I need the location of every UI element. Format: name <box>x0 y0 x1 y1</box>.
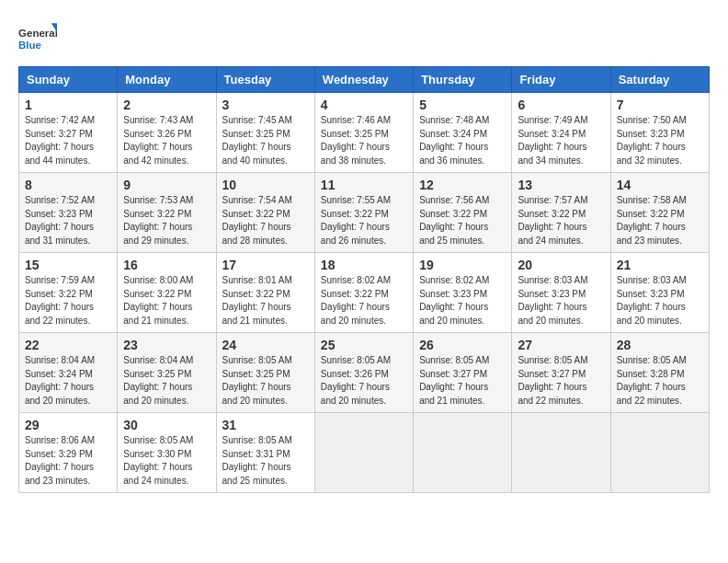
day-info: Sunrise: 7:49 AMSunset: 3:24 PMDaylight:… <box>518 114 604 167</box>
calendar-week-row: 8 Sunrise: 7:52 AMSunset: 3:23 PMDayligh… <box>19 173 710 253</box>
calendar-week-row: 22 Sunrise: 8:04 AMSunset: 3:24 PMDaylig… <box>19 333 710 413</box>
calendar-cell: 3 Sunrise: 7:45 AMSunset: 3:25 PMDayligh… <box>216 93 314 173</box>
day-info: Sunrise: 7:48 AMSunset: 3:24 PMDaylight:… <box>419 114 506 167</box>
calendar-table: SundayMondayTuesdayWednesdayThursdayFrid… <box>18 66 710 493</box>
day-info: Sunrise: 8:04 AMSunset: 3:24 PMDaylight:… <box>25 354 111 408</box>
day-info: Sunrise: 8:04 AMSunset: 3:25 PMDaylight:… <box>123 354 210 408</box>
day-number: 19 <box>419 258 506 272</box>
day-info: Sunrise: 8:05 AMSunset: 3:26 PMDaylight:… <box>321 354 407 408</box>
calendar-cell: 13 Sunrise: 7:57 AMSunset: 3:22 PMDaylig… <box>512 173 610 253</box>
day-info: Sunrise: 8:01 AMSunset: 3:22 PMDaylight:… <box>222 274 309 327</box>
day-number: 13 <box>518 178 604 192</box>
day-number: 16 <box>123 258 210 272</box>
weekday-header: Wednesday <box>314 67 413 93</box>
calendar-week-row: 1 Sunrise: 7:42 AMSunset: 3:27 PMDayligh… <box>19 93 710 173</box>
svg-text:General: General <box>18 28 57 39</box>
day-number: 26 <box>419 338 506 352</box>
day-info: Sunrise: 7:50 AMSunset: 3:23 PMDaylight:… <box>617 114 703 167</box>
calendar-cell: 1 Sunrise: 7:42 AMSunset: 3:27 PMDayligh… <box>19 93 118 173</box>
day-number: 25 <box>321 338 407 352</box>
calendar-cell: 16 Sunrise: 8:00 AMSunset: 3:22 PMDaylig… <box>118 253 216 333</box>
calendar-cell: 27 Sunrise: 8:05 AMSunset: 3:27 PMDaylig… <box>512 333 610 413</box>
logo-svg: General Blue <box>18 18 57 57</box>
day-number: 11 <box>321 178 407 192</box>
calendar-week-row: 29 Sunrise: 8:06 AMSunset: 3:29 PMDaylig… <box>19 413 710 493</box>
day-number: 31 <box>222 418 309 432</box>
calendar-cell: 7 Sunrise: 7:50 AMSunset: 3:23 PMDayligh… <box>610 93 709 173</box>
day-info: Sunrise: 7:57 AMSunset: 3:22 PMDaylight:… <box>518 194 604 247</box>
day-number: 6 <box>518 98 604 112</box>
calendar-cell: 22 Sunrise: 8:04 AMSunset: 3:24 PMDaylig… <box>19 333 118 413</box>
day-info: Sunrise: 8:05 AMSunset: 3:28 PMDaylight:… <box>617 354 703 408</box>
calendar-cell: 6 Sunrise: 7:49 AMSunset: 3:24 PMDayligh… <box>512 93 610 173</box>
day-info: Sunrise: 8:05 AMSunset: 3:25 PMDaylight:… <box>222 354 309 408</box>
calendar-cell: 25 Sunrise: 8:05 AMSunset: 3:26 PMDaylig… <box>314 333 413 413</box>
calendar-cell <box>512 413 610 493</box>
calendar-cell: 23 Sunrise: 8:04 AMSunset: 3:25 PMDaylig… <box>118 333 216 413</box>
calendar-cell: 15 Sunrise: 7:59 AMSunset: 3:22 PMDaylig… <box>19 253 118 333</box>
day-number: 17 <box>222 258 309 272</box>
calendar-cell <box>314 413 413 493</box>
calendar-cell: 19 Sunrise: 8:02 AMSunset: 3:23 PMDaylig… <box>414 253 512 333</box>
calendar-cell: 10 Sunrise: 7:54 AMSunset: 3:22 PMDaylig… <box>216 173 314 253</box>
calendar-header-row: SundayMondayTuesdayWednesdayThursdayFrid… <box>19 67 710 93</box>
calendar-cell: 14 Sunrise: 7:58 AMSunset: 3:22 PMDaylig… <box>610 173 709 253</box>
day-number: 21 <box>617 258 703 272</box>
weekday-header: Sunday <box>19 67 118 93</box>
day-info: Sunrise: 7:42 AMSunset: 3:27 PMDaylight:… <box>25 114 111 167</box>
day-info: Sunrise: 7:55 AMSunset: 3:22 PMDaylight:… <box>321 194 407 247</box>
calendar-cell: 26 Sunrise: 8:05 AMSunset: 3:27 PMDaylig… <box>414 333 512 413</box>
day-info: Sunrise: 8:05 AMSunset: 3:27 PMDaylight:… <box>518 354 604 408</box>
day-number: 9 <box>123 178 210 192</box>
day-number: 8 <box>25 178 111 192</box>
day-info: Sunrise: 7:56 AMSunset: 3:22 PMDaylight:… <box>419 194 506 247</box>
calendar-body: 1 Sunrise: 7:42 AMSunset: 3:27 PMDayligh… <box>19 93 710 493</box>
day-info: Sunrise: 7:46 AMSunset: 3:25 PMDaylight:… <box>321 114 407 167</box>
calendar-cell: 20 Sunrise: 8:03 AMSunset: 3:23 PMDaylig… <box>512 253 610 333</box>
day-info: Sunrise: 8:02 AMSunset: 3:23 PMDaylight:… <box>419 274 506 327</box>
weekday-header: Thursday <box>414 67 512 93</box>
day-number: 27 <box>518 338 604 352</box>
day-info: Sunrise: 7:59 AMSunset: 3:22 PMDaylight:… <box>25 274 111 327</box>
calendar-cell: 8 Sunrise: 7:52 AMSunset: 3:23 PMDayligh… <box>19 173 118 253</box>
calendar-cell: 12 Sunrise: 7:56 AMSunset: 3:22 PMDaylig… <box>414 173 512 253</box>
day-info: Sunrise: 7:45 AMSunset: 3:25 PMDaylight:… <box>222 114 309 167</box>
calendar-cell: 9 Sunrise: 7:53 AMSunset: 3:22 PMDayligh… <box>118 173 216 253</box>
calendar-cell: 29 Sunrise: 8:06 AMSunset: 3:29 PMDaylig… <box>19 413 118 493</box>
day-number: 30 <box>123 418 210 432</box>
day-info: Sunrise: 8:05 AMSunset: 3:31 PMDaylight:… <box>222 434 309 488</box>
day-number: 23 <box>123 338 210 352</box>
day-number: 10 <box>222 178 309 192</box>
svg-text:Blue: Blue <box>18 40 42 51</box>
day-info: Sunrise: 8:06 AMSunset: 3:29 PMDaylight:… <box>25 434 111 488</box>
day-number: 12 <box>419 178 506 192</box>
day-info: Sunrise: 8:03 AMSunset: 3:23 PMDaylight:… <box>617 274 703 327</box>
weekday-header: Saturday <box>610 67 709 93</box>
day-number: 22 <box>25 338 111 352</box>
day-number: 20 <box>518 258 604 272</box>
weekday-header: Tuesday <box>216 67 314 93</box>
day-info: Sunrise: 8:02 AMSunset: 3:22 PMDaylight:… <box>321 274 407 327</box>
day-number: 18 <box>321 258 407 272</box>
day-number: 4 <box>321 98 407 112</box>
day-info: Sunrise: 7:52 AMSunset: 3:23 PMDaylight:… <box>25 194 111 247</box>
calendar-cell: 11 Sunrise: 7:55 AMSunset: 3:22 PMDaylig… <box>314 173 413 253</box>
calendar-cell <box>610 413 709 493</box>
weekday-header: Friday <box>512 67 610 93</box>
calendar-cell <box>414 413 512 493</box>
day-number: 2 <box>123 98 210 112</box>
day-info: Sunrise: 8:05 AMSunset: 3:27 PMDaylight:… <box>419 354 506 408</box>
calendar-cell: 28 Sunrise: 8:05 AMSunset: 3:28 PMDaylig… <box>610 333 709 413</box>
day-info: Sunrise: 8:05 AMSunset: 3:30 PMDaylight:… <box>123 434 210 488</box>
day-info: Sunrise: 7:53 AMSunset: 3:22 PMDaylight:… <box>123 194 210 247</box>
calendar-cell: 21 Sunrise: 8:03 AMSunset: 3:23 PMDaylig… <box>610 253 709 333</box>
day-number: 14 <box>617 178 703 192</box>
day-number: 5 <box>419 98 506 112</box>
day-info: Sunrise: 7:43 AMSunset: 3:26 PMDaylight:… <box>123 114 210 167</box>
calendar-cell: 30 Sunrise: 8:05 AMSunset: 3:30 PMDaylig… <box>118 413 216 493</box>
calendar-cell: 5 Sunrise: 7:48 AMSunset: 3:24 PMDayligh… <box>414 93 512 173</box>
weekday-header: Monday <box>118 67 216 93</box>
day-number: 7 <box>617 98 703 112</box>
calendar-cell: 17 Sunrise: 8:01 AMSunset: 3:22 PMDaylig… <box>216 253 314 333</box>
calendar-week-row: 15 Sunrise: 7:59 AMSunset: 3:22 PMDaylig… <box>19 253 710 333</box>
